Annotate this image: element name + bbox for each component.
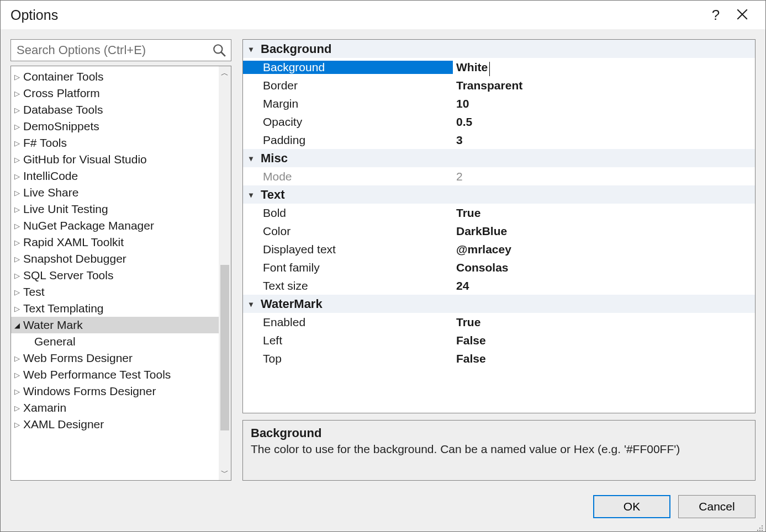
tree-scrollbar[interactable]: ︿ ﹀ — [219, 66, 231, 480]
chevron-right-icon[interactable]: ▷ — [14, 371, 22, 379]
chevron-right-icon[interactable]: ▷ — [14, 421, 22, 429]
property-category-watermark[interactable]: ▾WaterMark — [243, 295, 755, 313]
chevron-right-icon[interactable]: ▷ — [14, 139, 22, 147]
property-row-background[interactable]: BackgroundWhite — [243, 58, 755, 76]
property-value[interactable]: 3 — [453, 134, 755, 147]
tree-item-test[interactable]: ▷Test — [11, 284, 231, 300]
tree-item-windows-forms-designer[interactable]: ▷Windows Forms Designer — [11, 383, 231, 400]
chevron-down-icon[interactable]: ▾ — [243, 300, 258, 308]
chevron-right-icon[interactable]: ▷ — [14, 205, 22, 214]
tree-item-web-performance-test-tools[interactable]: ▷Web Performance Test Tools — [11, 366, 231, 383]
tree-item-label: Web Forms Designer — [23, 352, 133, 365]
property-value[interactable]: 10 — [453, 97, 755, 110]
help-button[interactable]: ? — [702, 7, 729, 24]
property-row-opacity[interactable]: Opacity0.5 — [243, 113, 755, 131]
chevron-right-icon[interactable]: ▷ — [14, 387, 22, 396]
tree-item-snapshot-debugger[interactable]: ▷Snapshot Debugger — [11, 251, 231, 267]
chevron-right-icon[interactable]: ▷ — [14, 354, 22, 363]
svg-rect-3 — [759, 528, 760, 529]
property-row-text-size[interactable]: Text size24 — [243, 276, 755, 295]
tree-item-live-share[interactable]: ▷Live Share — [11, 184, 231, 201]
search-box[interactable] — [10, 39, 231, 61]
tree-item-intellicode[interactable]: ▷IntelliCode — [11, 168, 231, 184]
tree-item-f-tools[interactable]: ▷F# Tools — [11, 135, 231, 151]
property-row-border[interactable]: BorderTransparent — [243, 76, 755, 94]
property-value[interactable]: DarkBlue — [453, 225, 755, 238]
chevron-right-icon[interactable]: ▷ — [14, 106, 22, 114]
ok-button[interactable]: OK — [593, 495, 670, 518]
category-tree[interactable]: ︿ ﹀ ▷Container Tools▷Cross Platform▷Data… — [10, 66, 231, 481]
property-value[interactable]: 2 — [453, 170, 755, 183]
property-value[interactable]: True — [453, 206, 755, 220]
tree-item-database-tools[interactable]: ▷Database Tools — [11, 102, 231, 118]
close-button[interactable] — [729, 7, 756, 24]
search-input[interactable] — [17, 43, 225, 57]
cancel-button[interactable]: Cancel — [678, 495, 756, 518]
tree-item-demosnippets[interactable]: ▷DemoSnippets — [11, 118, 231, 135]
property-row-margin[interactable]: Margin10 — [243, 94, 755, 113]
chevron-right-icon[interactable]: ▷ — [14, 222, 22, 230]
chevron-right-icon[interactable]: ▷ — [14, 255, 22, 263]
chevron-right-icon[interactable]: ▷ — [14, 89, 22, 98]
property-row-mode[interactable]: Mode2 — [243, 167, 755, 185]
chevron-right-icon[interactable]: ▷ — [14, 272, 22, 280]
svg-rect-4 — [762, 528, 763, 529]
tree-item-live-unit-testing[interactable]: ▷Live Unit Testing — [11, 201, 231, 217]
help-description: The color to use for the background. Can… — [251, 443, 747, 456]
chevron-right-icon[interactable]: ▷ — [14, 305, 22, 313]
property-value[interactable]: White — [453, 61, 755, 74]
chevron-right-icon[interactable]: ▷ — [14, 123, 22, 131]
property-row-enabled[interactable]: EnabledTrue — [243, 313, 755, 331]
scroll-down-icon[interactable]: ﹀ — [219, 466, 231, 480]
property-value[interactable]: 0.5 — [453, 115, 755, 129]
chevron-down-icon[interactable]: ▾ — [243, 154, 258, 163]
property-row-bold[interactable]: BoldTrue — [243, 204, 755, 222]
tree-item-text-templating[interactable]: ▷Text Templating — [11, 300, 231, 317]
chevron-right-icon[interactable]: ▷ — [14, 73, 22, 81]
tree-item-xaml-designer[interactable]: ▷XAML Designer — [11, 416, 231, 433]
tree-item-water-mark[interactable]: ◢Water Mark — [11, 317, 231, 333]
tree-item-nuget-package-manager[interactable]: ▷NuGet Package Manager — [11, 217, 231, 234]
tree-item-web-forms-designer[interactable]: ▷Web Forms Designer — [11, 350, 231, 366]
chevron-down-icon[interactable]: ◢ — [14, 321, 22, 329]
property-row-padding[interactable]: Padding3 — [243, 131, 755, 149]
tree-item-rapid-xaml-toolkit[interactable]: ▷Rapid XAML Toolkit — [11, 234, 231, 251]
chevron-right-icon[interactable]: ▷ — [14, 288, 22, 296]
tree-item-label: Xamarin — [23, 401, 66, 414]
property-row-displayed-text[interactable]: Displayed text@mrlacey — [243, 240, 755, 258]
tree-item-github-for-visual-studio[interactable]: ▷GitHub for Visual Studio — [11, 151, 231, 168]
scroll-thumb[interactable] — [220, 265, 229, 430]
property-category-misc[interactable]: ▾Misc — [243, 149, 755, 167]
property-value[interactable]: False — [453, 352, 755, 365]
tree-item-label: Rapid XAML Toolkit — [23, 236, 124, 249]
chevron-right-icon[interactable]: ▷ — [14, 189, 22, 197]
chevron-down-icon[interactable]: ▾ — [243, 45, 258, 54]
property-value[interactable]: 24 — [453, 279, 755, 292]
property-value[interactable]: False — [453, 334, 755, 347]
chevron-right-icon[interactable]: ▷ — [14, 404, 22, 412]
chevron-right-icon[interactable]: ▷ — [14, 238, 22, 247]
property-row-color[interactable]: ColorDarkBlue — [243, 222, 755, 240]
chevron-right-icon[interactable]: ▷ — [14, 172, 22, 180]
tree-item-cross-platform[interactable]: ▷Cross Platform — [11, 85, 231, 102]
chevron-right-icon[interactable]: ▷ — [14, 156, 22, 164]
svg-point-0 — [214, 45, 222, 53]
property-value[interactable]: Consolas — [453, 261, 755, 274]
resize-grip[interactable] — [755, 521, 764, 530]
tree-item-container-tools[interactable]: ▷Container Tools — [11, 68, 231, 85]
property-row-left[interactable]: LeftFalse — [243, 331, 755, 349]
property-value[interactable]: True — [453, 316, 755, 329]
property-value[interactable]: @mrlacey — [453, 243, 755, 256]
left-panel: ︿ ﹀ ▷Container Tools▷Cross Platform▷Data… — [10, 39, 231, 481]
property-category-background[interactable]: ▾Background — [243, 40, 755, 58]
tree-item-sql-server-tools[interactable]: ▷SQL Server Tools — [11, 267, 231, 284]
property-category-text[interactable]: ▾Text — [243, 185, 755, 204]
property-row-font-family[interactable]: Font familyConsolas — [243, 258, 755, 276]
tree-item-general[interactable]: General — [11, 333, 231, 350]
property-value[interactable]: Transparent — [453, 79, 755, 92]
scroll-up-icon[interactable]: ︿ — [219, 66, 231, 81]
tree-item-xamarin[interactable]: ▷Xamarin — [11, 400, 231, 416]
chevron-down-icon[interactable]: ▾ — [243, 190, 258, 199]
property-row-top[interactable]: TopFalse — [243, 349, 755, 368]
property-grid[interactable]: ▾BackgroundBackgroundWhiteBorderTranspar… — [242, 39, 756, 413]
